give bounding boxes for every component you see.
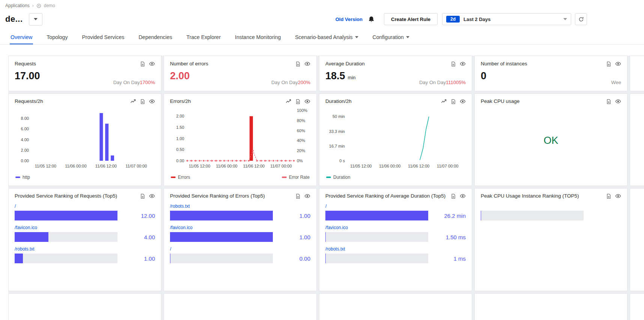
service-link[interactable]: /robots.txt xyxy=(170,204,310,209)
line-chart-icon[interactable] xyxy=(441,98,447,104)
export-icon[interactable] xyxy=(140,98,145,104)
visibility-icon[interactable] xyxy=(615,98,621,104)
compare-label: Day On Day xyxy=(271,80,298,85)
export-icon[interactable] xyxy=(451,61,456,67)
stat-card: Number of errors2.00Day On Day200% xyxy=(164,56,317,91)
legend-item[interactable]: Errors xyxy=(171,175,190,180)
visibility-icon[interactable] xyxy=(615,193,621,199)
svg-text:11/06 00:00: 11/06 00:00 xyxy=(216,164,237,168)
service-link[interactable]: / xyxy=(170,246,310,252)
svg-text:0%: 0% xyxy=(297,158,303,163)
time-range-select[interactable]: 2d Last 2 Days xyxy=(442,13,571,25)
export-icon[interactable] xyxy=(295,98,301,104)
refresh-button[interactable] xyxy=(575,13,587,25)
svg-text:11/06 12:00: 11/06 12:00 xyxy=(408,164,429,168)
visibility-icon[interactable] xyxy=(460,98,466,104)
visibility-icon[interactable] xyxy=(460,61,466,67)
legend-item[interactable]: Duration xyxy=(326,175,350,180)
service-link[interactable]: /favicon.ico xyxy=(325,225,466,231)
ranking-bar-fill xyxy=(15,232,48,242)
ranking-row: /26.2 min xyxy=(325,204,466,220)
service-link[interactable]: /robots.txt xyxy=(15,246,155,252)
card-stub xyxy=(319,293,472,320)
service-link[interactable]: /favicon.ico xyxy=(170,225,310,231)
export-icon[interactable] xyxy=(606,193,611,199)
line-chart-icon[interactable] xyxy=(286,98,292,104)
tab-configuration[interactable]: Configuration xyxy=(372,31,410,44)
service-link[interactable]: / xyxy=(325,204,466,209)
svg-text:11/07 00:00: 11/07 00:00 xyxy=(270,164,292,168)
ranking-row: /favicon.ico4.00 xyxy=(15,225,155,242)
tab-dependencies[interactable]: Dependencies xyxy=(138,31,173,44)
svg-text:11/06 12:00: 11/06 12:00 xyxy=(243,164,265,168)
chart-card: Requests/2h0.002.004.006.008.0011/05 12:… xyxy=(8,94,161,186)
visibility-icon[interactable] xyxy=(149,61,155,67)
ranking-value: 1.00 xyxy=(123,255,155,262)
app-switcher-button[interactable] xyxy=(29,13,42,26)
svg-text:20%: 20% xyxy=(297,148,305,153)
visibility-icon[interactable] xyxy=(615,61,621,67)
export-icon[interactable] xyxy=(606,61,611,67)
chart-card-title: Duration/2h xyxy=(325,98,352,104)
chart-card-title: Requests/2h xyxy=(15,98,43,104)
service-link[interactable]: / xyxy=(15,204,155,209)
svg-text:0.50: 0.50 xyxy=(176,147,184,152)
ranking-value: 1.00 xyxy=(278,234,310,240)
visibility-icon[interactable] xyxy=(460,193,466,199)
export-icon[interactable] xyxy=(140,193,145,199)
chart-legend: http xyxy=(15,175,155,180)
ranking-bar-track xyxy=(325,211,428,220)
export-icon[interactable] xyxy=(295,61,301,67)
tab-instance-monitoring[interactable]: Instance Monitoring xyxy=(234,31,281,44)
ranking-card-title: Provided Service Ranking of Average Dura… xyxy=(325,193,445,199)
ranking-bar-track xyxy=(15,254,117,263)
card-stub xyxy=(630,293,644,320)
visibility-icon[interactable] xyxy=(149,193,155,199)
service-link[interactable]: /favicon.ico xyxy=(15,225,155,231)
svg-text:2.00: 2.00 xyxy=(176,114,184,118)
tab-trace-explorer[interactable]: Trace Explorer xyxy=(186,31,221,44)
chevron-down-icon xyxy=(34,18,38,20)
create-alert-rule-button[interactable]: Create Alert Rule xyxy=(384,13,438,25)
svg-text:80%: 80% xyxy=(297,118,305,123)
legend-item[interactable]: http xyxy=(15,175,30,180)
svg-text:50 min: 50 min xyxy=(333,114,345,119)
page-title: de... xyxy=(5,14,23,24)
ranking-row: /favicon.ico1.50 ms xyxy=(325,225,466,242)
chart-card: Errors/2h0.000.501.001.502.000%20%40%60%… xyxy=(164,94,317,186)
export-icon[interactable] xyxy=(451,193,456,199)
old-version-link[interactable]: Old Version xyxy=(336,17,363,22)
tab-provided-services[interactable]: Provided Services xyxy=(81,31,125,44)
legend-swatch-icon xyxy=(171,177,176,178)
breadcrumb-current[interactable]: demo xyxy=(44,3,55,8)
visibility-icon[interactable] xyxy=(304,193,310,199)
alert-bell-icon[interactable] xyxy=(368,16,375,23)
service-link[interactable] xyxy=(481,204,621,209)
export-icon[interactable] xyxy=(451,98,456,104)
legend-label: http xyxy=(23,175,30,180)
ranking-bar-fill xyxy=(170,254,170,263)
tab-overview[interactable]: Overview xyxy=(10,31,33,44)
export-icon[interactable] xyxy=(295,193,301,199)
legend-swatch-icon xyxy=(15,177,20,178)
app-icon xyxy=(36,3,41,8)
visibility-icon[interactable] xyxy=(304,61,310,67)
tab-topology[interactable]: Topology xyxy=(46,31,68,44)
export-icon[interactable] xyxy=(606,98,611,104)
ranking-bar-fill xyxy=(15,211,117,220)
svg-text:6.00: 6.00 xyxy=(21,127,29,131)
ranking-card: Provided Service Ranking of Requests (To… xyxy=(8,188,161,291)
legend-item[interactable]: Error Rate xyxy=(282,175,310,180)
svg-text:8.00: 8.00 xyxy=(21,116,29,121)
visibility-icon[interactable] xyxy=(304,98,310,104)
service-link[interactable]: /robots.txt xyxy=(325,246,466,252)
line-chart-icon[interactable] xyxy=(130,98,136,104)
ranking-card: Provided Service Ranking of Errors (Top5… xyxy=(164,188,317,291)
tab-scenario-based-analysis[interactable]: Scenario-based Analysis xyxy=(294,31,359,44)
visibility-icon[interactable] xyxy=(149,98,155,104)
ranking-row: /favicon.ico1.00 xyxy=(170,225,310,242)
breadcrumb-root[interactable]: Applications xyxy=(5,3,30,8)
stat-compare: Day On Day111005% xyxy=(419,80,466,85)
ranking-bar-track xyxy=(481,211,584,220)
export-icon[interactable] xyxy=(140,61,145,67)
